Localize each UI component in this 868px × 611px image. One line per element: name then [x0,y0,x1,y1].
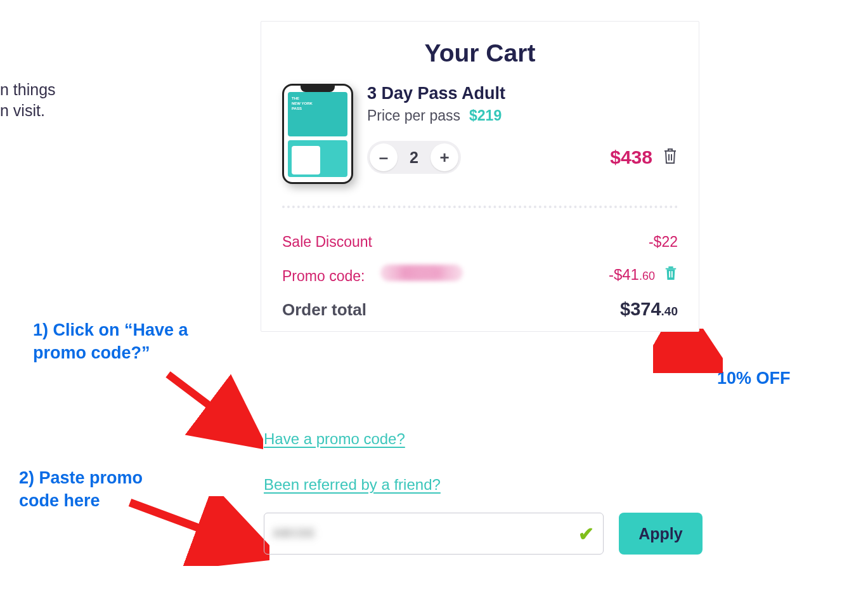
promo-code-label: Promo code: [282,265,463,285]
cart-title: Your Cart [282,39,678,67]
trash-icon [663,147,678,165]
cart-item-name: 3 Day Pass Adult [367,84,678,103]
remove-item-button[interactable] [663,147,678,168]
promo-code-input-wrap: ABCDE ✔ [264,513,604,555]
clipped-line-2: n visit. [0,100,56,121]
price-per-pass-label: Price per pass [367,107,460,124]
pass-preview-image: THE NEW YORK PASS [282,84,353,184]
divider [282,206,678,208]
remove-promo-button[interactable] [664,265,678,285]
quantity-plus-button[interactable]: + [431,143,458,171]
have-promo-code-link[interactable]: Have a promo code? [264,430,405,448]
apply-button[interactable]: Apply [619,513,703,555]
cart-item-details: 3 Day Pass Adult Price per pass $219 – 2… [367,84,678,174]
promo-apply-row: ABCDE ✔ Apply [264,513,703,555]
annotation-step-1: 1) Click on “Have apromo code?” [33,319,188,364]
arrow-step-2-icon [124,496,269,566]
clipped-line-1: n things [0,79,56,100]
check-icon: ✔ [578,523,594,545]
order-total-value: $374.40 [620,299,678,320]
quantity-value: 2 [400,148,428,167]
order-total-row: Order total $374.40 [282,299,678,320]
page-intro-clipped-text: n things n visit. [0,79,56,121]
price-per-pass-row: Price per pass $219 [367,107,678,124]
svg-line-2 [661,336,714,367]
redacted-input-value: ABCDE [273,528,316,539]
order-summary: Sale Discount -$22 Promo code: -$41.60 [282,233,678,320]
promo-code-value: -$41.60 [609,266,655,284]
below-cart-section: Have a promo code? Been referred by a fr… [264,430,703,555]
arrow-discount-icon [653,329,723,373]
promo-code-input[interactable] [316,525,578,542]
svg-rect-4 [671,271,673,277]
quantity-minus-button[interactable]: – [370,143,398,171]
order-total-label: Order total [282,300,366,320]
annotation-step-2: 2) Paste promocode here [19,466,143,512]
arrow-step-1-icon [162,368,263,450]
sale-discount-label: Sale Discount [282,233,372,251]
cart-item: THE NEW YORK PASS 3 Day Pass Adult Price… [282,84,678,184]
sale-discount-row: Sale Discount -$22 [282,233,678,251]
svg-rect-3 [669,271,670,277]
redacted-promo-code [380,265,463,281]
trash-icon [664,265,678,281]
annotation-discount-off: 10% OFF [717,367,791,390]
cart-item-line-total: $438 [610,147,652,168]
price-per-pass-value: $219 [469,107,502,124]
quantity-stepper: – 2 + [367,141,461,174]
qr-code-icon [292,146,320,174]
sale-discount-value: -$22 [649,233,678,251]
promo-code-row: Promo code: -$41.60 [282,265,678,285]
svg-line-0 [168,374,250,437]
referred-by-friend-link[interactable]: Been referred by a friend? [264,476,441,494]
cart-panel: Your Cart THE NEW YORK PASS 3 Day Pass A… [261,21,699,332]
svg-line-1 [130,503,257,549]
